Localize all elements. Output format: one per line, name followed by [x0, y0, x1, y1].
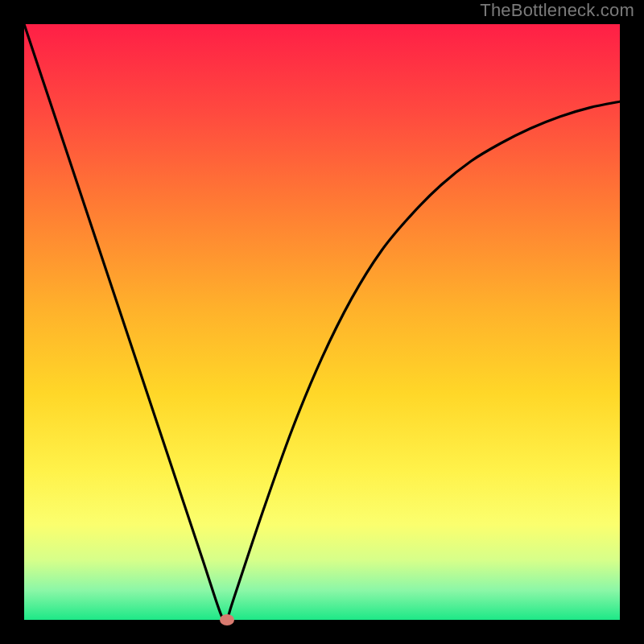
- attribution-label: TheBottleneck.com: [480, 0, 634, 21]
- bottleneck-curve: [24, 24, 620, 620]
- chart-frame: TheBottleneck.com: [0, 0, 644, 644]
- plot-area: [24, 24, 620, 620]
- optimal-point-marker: [220, 614, 234, 625]
